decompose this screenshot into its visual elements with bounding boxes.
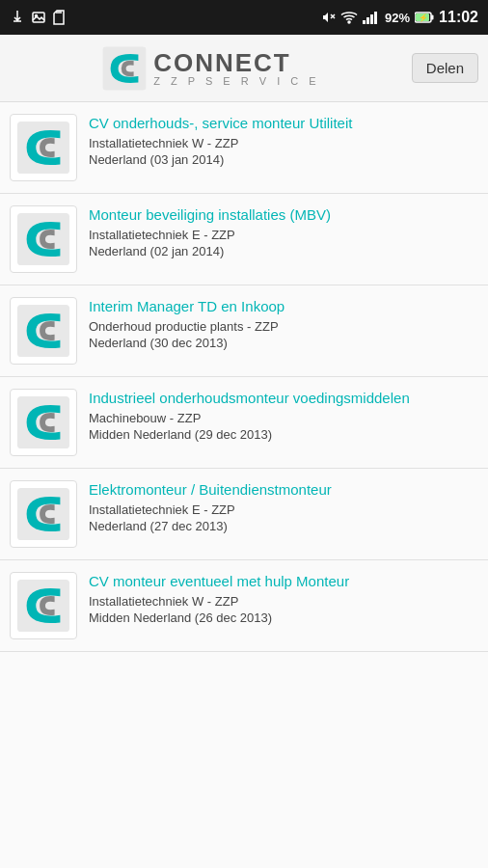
sd-icon [52, 10, 66, 25]
mute-icon [320, 10, 336, 25]
status-right-icons: 92% ⚡ 11:02 [320, 9, 478, 26]
usb-icon [10, 10, 25, 25]
status-left-icons [10, 10, 66, 25]
job-title: Elektromonteur / Buitendienstmonteur [89, 480, 478, 500]
job-logo [10, 389, 77, 456]
job-company: Installatietechniek E - ZZP [89, 502, 478, 517]
job-company: Machinebouw - ZZP [89, 411, 478, 425]
job-title: Interim Manager TD en Inkoop [89, 297, 478, 316]
delen-button[interactable]: Delen [412, 53, 478, 83]
image-icon [31, 10, 46, 25]
job-list-item[interactable]: Elektromonteur / Buitendienstmonteur Ins… [0, 469, 488, 560]
logo-area: CONNECT Z Z P S E R V I C E [10, 45, 412, 92]
svg-rect-10 [370, 14, 373, 24]
job-location: Midden Nederland (29 dec 2013) [89, 427, 478, 442]
job-title: Monteur beveiliging installaties (MBV) [89, 205, 478, 225]
svg-rect-9 [366, 17, 369, 24]
battery-level: 92% [385, 11, 410, 25]
wifi-icon [340, 11, 358, 24]
job-info: Elektromonteur / Buitendienstmonteur Ins… [89, 480, 478, 533]
svg-text:⚡: ⚡ [419, 13, 428, 22]
job-location: Nederland (02 jan 2014) [89, 244, 478, 258]
job-location: Midden Nederland (26 dec 2013) [89, 610, 478, 625]
logo-connect-text: CONNECT [153, 50, 319, 75]
app-logo [101, 45, 148, 92]
job-title: CV onderhouds-, service monteur Utilitei… [89, 114, 478, 133]
job-location: Nederland (03 jan 2014) [89, 152, 478, 167]
job-title: Industrieel onderhoudsmonteur voedingsmi… [89, 389, 478, 408]
job-location: Nederland (27 dec 2013) [89, 519, 478, 533]
job-logo [10, 205, 77, 273]
job-list-item[interactable]: CV onderhouds-, service monteur Utilitei… [0, 102, 488, 194]
status-time: 11:02 [439, 9, 478, 26]
job-list-item[interactable]: Monteur beveiliging installaties (MBV) I… [0, 194, 488, 285]
job-location: Nederland (30 dec 2013) [89, 336, 478, 350]
job-info: CV monteur eventueel met hulp Monteur In… [89, 572, 478, 625]
job-company: Installatietechniek W - ZZP [89, 594, 478, 609]
job-list-item[interactable]: CV monteur eventueel met hulp Monteur In… [0, 560, 488, 652]
job-title: CV monteur eventueel met hulp Monteur [89, 572, 478, 591]
app-header: CONNECT Z Z P S E R V I C E Delen [0, 35, 488, 102]
job-company: Installatietechniek E - ZZP [89, 228, 478, 242]
job-logo [10, 572, 77, 639]
battery-icon: ⚡ [415, 11, 434, 24]
job-logo [10, 114, 77, 181]
status-bar: 92% ⚡ 11:02 [0, 0, 488, 35]
svg-rect-11 [374, 12, 377, 24]
job-logo [10, 480, 77, 548]
logo-zzp-text: Z Z P S E R V I C E [153, 75, 319, 87]
signal-icon [363, 11, 380, 24]
svg-rect-13 [431, 15, 434, 20]
job-info: Industrieel onderhoudsmonteur voedingsmi… [89, 389, 478, 442]
job-info: Interim Manager TD en Inkoop Onderhoud p… [89, 297, 478, 350]
svg-rect-8 [363, 20, 366, 24]
job-company: Installatietechniek W - ZZP [89, 136, 478, 150]
job-list: CV onderhouds-, service monteur Utilitei… [0, 102, 488, 868]
job-list-item[interactable]: Industrieel onderhoudsmonteur voedingsmi… [0, 377, 488, 469]
job-logo [10, 297, 77, 365]
logo-text: CONNECT Z Z P S E R V I C E [153, 50, 319, 87]
job-list-item[interactable]: Interim Manager TD en Inkoop Onderhoud p… [0, 285, 488, 377]
job-company: Onderhoud productie plants - ZZP [89, 319, 478, 334]
svg-point-7 [348, 21, 350, 23]
job-info: CV onderhouds-, service monteur Utilitei… [89, 114, 478, 167]
job-info: Monteur beveiliging installaties (MBV) I… [89, 205, 478, 258]
